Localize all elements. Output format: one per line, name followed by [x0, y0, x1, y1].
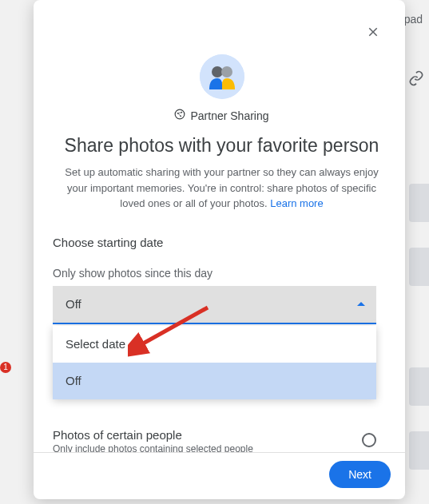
date-field-label: Only show photos since this day [53, 267, 391, 280]
people-radio[interactable] [362, 433, 376, 447]
partner-sharing-modal: Partner Sharing Share photos with your f… [34, 0, 405, 499]
people-section: Photos of certain people Only include ph… [53, 428, 376, 453]
people-subtitle: Only include photos containing selected … [53, 443, 253, 453]
svg-point-2 [221, 66, 232, 77]
dropdown-selected[interactable]: Off [53, 286, 376, 324]
dropdown-option-select-date[interactable]: Select date [53, 326, 376, 363]
dropdown-selected-value: Off [66, 297, 81, 311]
notification-badge: 1 [0, 362, 11, 373]
svg-point-3 [176, 109, 185, 119]
partner-sharing-label-row: Partner Sharing [53, 109, 391, 122]
chevron-up-icon [357, 302, 365, 306]
modal-description: Set up automatic sharing with your partn… [61, 165, 383, 212]
bg-thumb [409, 431, 429, 470]
dropdown-menu: Select date Off [53, 326, 376, 399]
svg-point-1 [212, 66, 223, 77]
close-button[interactable] [363, 22, 383, 42]
learn-more-link[interactable]: Learn more [270, 197, 323, 209]
people-title: Photos of certain people [53, 428, 253, 442]
svg-point-0 [200, 54, 244, 99]
next-button[interactable]: Next [329, 461, 391, 488]
share-icon [174, 109, 185, 122]
starting-date-section-title: Choose starting date [53, 236, 391, 249]
bg-thumb [409, 248, 429, 286]
partner-sharing-hero-icon [200, 54, 244, 99]
link-icon [408, 70, 424, 89]
modal-footer: Next [34, 452, 405, 499]
bg-thumb [409, 184, 429, 222]
starting-date-dropdown[interactable]: Off Select date Off [53, 286, 376, 324]
bg-thumb [409, 367, 429, 406]
bg-upload-text: pad [404, 13, 423, 26]
partner-sharing-label: Partner Sharing [190, 109, 268, 122]
modal-heading: Share photos with your favorite person [53, 135, 391, 157]
dropdown-option-off[interactable]: Off [53, 363, 376, 399]
